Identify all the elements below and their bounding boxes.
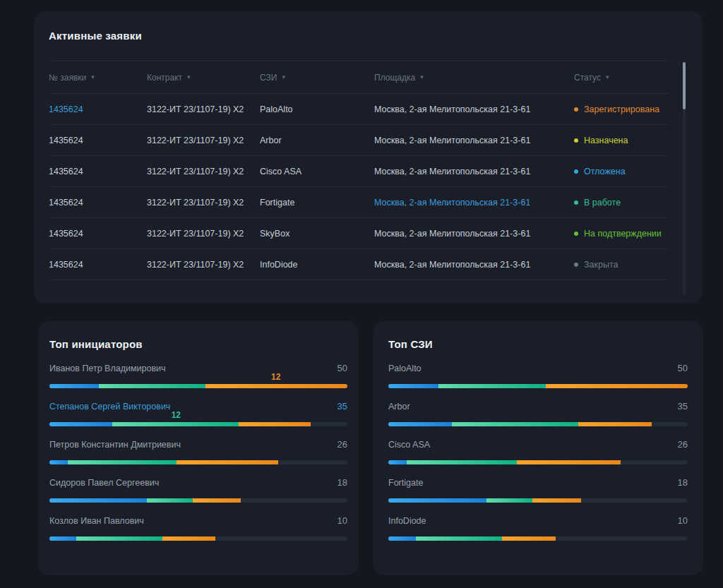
request-contract: 3122-ИТ 23/1107-19) X2 — [147, 167, 260, 176]
progress-bar — [49, 422, 347, 426]
top-initiators-list: Иванов Петр Владимирович5012Степанов Сер… — [49, 350, 347, 541]
list-item-head: InfoDiode10 — [388, 515, 688, 526]
bar-segment-green — [416, 536, 502, 541]
item-value: 10 — [678, 515, 688, 526]
request-id: 1435624 — [49, 167, 147, 176]
item-name[interactable]: Cisco ASA — [388, 440, 430, 450]
list-item-head: Иванов Петр Владимирович50 — [49, 363, 347, 373]
column-header-site[interactable]: Площадка▾ — [374, 73, 574, 83]
request-contract: 3122-ИТ 23/1107-19) X2 — [147, 260, 260, 270]
request-site: Москва, 2-ая Мелитопольская 21-3-61 — [374, 136, 574, 145]
item-name[interactable]: Степанов Сергей Викторович — [49, 402, 170, 412]
bar-segment-orange — [546, 384, 688, 388]
list-item: Сидоров Павел Сергеевич18 — [49, 464, 347, 503]
bar-segment-blue — [388, 384, 438, 388]
table-row[interactable]: 14356243122-ИТ 23/1107-19) X2PaloAltoМос… — [49, 94, 669, 125]
item-name[interactable]: PaloAlto — [388, 364, 422, 373]
request-contract: 3122-ИТ 23/1107-19) X2 — [147, 229, 260, 239]
item-name[interactable]: InfoDiode — [388, 516, 426, 526]
progress-bar — [49, 536, 347, 541]
list-item-head: PaloAlto50 — [388, 363, 688, 373]
list-item-head: Arbor35 — [388, 401, 688, 412]
list-item: Fortigate18 — [388, 464, 688, 503]
table-row[interactable]: 14356243122-ИТ 23/1107-19) X2InfoDiodeМо… — [49, 249, 669, 280]
status-label: Назначена — [584, 136, 628, 145]
status-badge: Зарегистрирована — [574, 104, 669, 114]
top-szi-card: Топ СЗИ PaloAlto50Arbor35Cisco ASA26Fort… — [373, 321, 703, 575]
progress-bar-wrap — [49, 460, 347, 464]
column-header-contract[interactable]: Контракт▾ — [147, 73, 260, 83]
bar-segment-blue — [388, 422, 452, 426]
bar-segment-blue — [49, 460, 68, 464]
status-badge: В работе — [574, 198, 669, 208]
bar-segment-green — [147, 498, 193, 503]
table-scrollbar-thumb[interactable] — [683, 62, 686, 109]
progress-bar — [388, 384, 688, 388]
bar-segment-orange — [205, 384, 347, 388]
bar-segment-blue — [49, 384, 99, 388]
column-header-label: № заявки — [49, 73, 86, 83]
progress-bar-wrap — [388, 498, 688, 503]
request-site: Москва, 2-ая Мелитопольская 21-3-61 — [374, 104, 574, 114]
item-name[interactable]: Козлов Иван Павлович — [49, 516, 144, 526]
column-header-szi[interactable]: СЗИ▾ — [260, 73, 374, 83]
progress-bar-wrap — [388, 460, 688, 464]
column-header-label: Площадка — [374, 73, 415, 83]
request-szi: Fortigate — [260, 198, 374, 208]
item-value: 35 — [337, 401, 347, 412]
top-szi-list: PaloAlto50Arbor35Cisco ASA26Fortigate18I… — [388, 350, 688, 541]
request-id-link[interactable]: 1435624 — [49, 104, 147, 114]
top-szi-title: Топ СЗИ — [388, 338, 688, 350]
status-label: На подтверждении — [584, 229, 662, 239]
bar-segment-green — [68, 460, 177, 464]
sort-arrow-icon: ▾ — [187, 74, 191, 80]
sort-arrow-icon: ▾ — [420, 74, 424, 80]
bar-annotation: 12 — [172, 410, 181, 420]
top-initiators-card: Топ инициаторов Иванов Петр Владимирович… — [38, 321, 359, 575]
item-name[interactable]: Иванов Петр Владимирович — [49, 364, 166, 373]
progress-bar — [388, 498, 688, 503]
item-name[interactable]: Сидоров Павел Сергеевич — [49, 478, 159, 488]
item-value: 10 — [337, 515, 347, 526]
progress-bar-wrap — [388, 384, 688, 388]
bar-annotation: 12 — [271, 372, 280, 382]
requests-table-header: № заявки▾Контракт▾СЗИ▾Площадка▾Статус▾ — [49, 61, 669, 94]
column-header-request-id[interactable]: № заявки▾ — [49, 73, 147, 83]
item-value: 26 — [337, 439, 347, 450]
progress-bar — [388, 536, 688, 541]
bar-segment-orange — [162, 536, 216, 541]
table-scrollbar-track[interactable] — [683, 62, 686, 295]
request-id: 1435624 — [49, 260, 147, 270]
progress-bar-wrap — [388, 536, 688, 541]
table-row[interactable]: 14356243122-ИТ 23/1107-19) X2FortigateМо… — [49, 187, 669, 218]
list-item: Петров Константин Дмитриевич26 — [49, 426, 347, 464]
progress-bar — [49, 384, 347, 388]
status-dot-icon — [574, 107, 578, 112]
status-badge: На подтверждении — [574, 229, 669, 239]
status-label: Зарегистрирована — [584, 104, 659, 114]
table-row[interactable]: 14356243122-ИТ 23/1107-19) X2SkyBoxМоскв… — [49, 218, 669, 249]
bar-segment-orange — [193, 498, 241, 503]
item-name[interactable]: Петров Константин Дмитриевич — [49, 440, 181, 450]
table-row[interactable]: 14356243122-ИТ 23/1107-19) X2ArborМосква… — [49, 125, 669, 156]
item-name[interactable]: Fortigate — [388, 478, 423, 488]
bar-segment-green — [407, 460, 517, 464]
progress-bar — [49, 460, 347, 464]
item-value: 50 — [337, 363, 347, 373]
list-item-head: Петров Константин Дмитриевич26 — [49, 439, 347, 450]
request-site: Москва, 2-ая Мелитопольская 21-3-61 — [374, 260, 574, 270]
bar-segment-blue — [388, 536, 416, 541]
table-row[interactable]: 14356243122-ИТ 23/1107-19) X2Cisco ASAМо… — [49, 156, 669, 187]
sort-arrow-icon: ▾ — [91, 74, 95, 80]
column-header-status[interactable]: Статус▾ — [574, 73, 669, 83]
request-site[interactable]: Москва, 2-ая Мелитопольская 21-3-61 — [374, 198, 574, 208]
progress-bar — [388, 460, 688, 464]
list-item-head: Сидоров Павел Сергеевич18 — [49, 477, 347, 488]
bar-segment-orange — [239, 422, 311, 426]
bar-segment-orange — [502, 536, 556, 541]
list-item: Степанов Сергей Викторович3512 — [49, 388, 347, 426]
item-value: 18 — [678, 477, 688, 488]
progress-bar — [49, 498, 347, 503]
item-name[interactable]: Arbor — [388, 402, 410, 412]
list-item: InfoDiode10 — [388, 503, 688, 541]
